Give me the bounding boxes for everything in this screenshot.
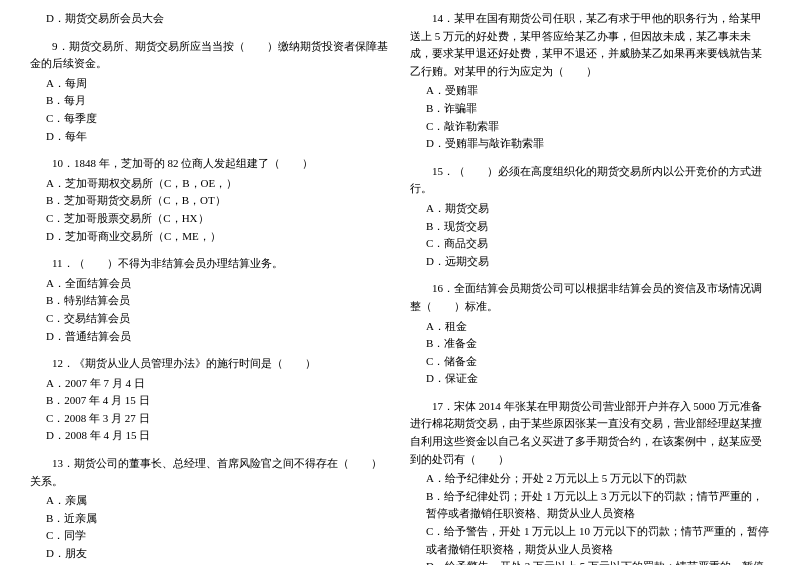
q16-text: 16．全面结算会员期货公司可以根据非结算会员的资信及市场情况调整（ ）标准。: [410, 280, 770, 315]
option-d-block: D．期货交易所会员大会: [30, 10, 390, 28]
q14-text: 14．某甲在国有期货公司任职，某乙有求于甲他的职务行为，给某甲送上 5 万元的好…: [410, 10, 770, 80]
question-13-block: 13．期货公司的董事长、总经理、首席风险官之间不得存在（ ）关系。 A．亲属 B…: [30, 455, 390, 563]
q13-optC: C．同学: [30, 527, 390, 545]
q9-text: 9．期货交易所、期货交易所应当当按（ ）缴纳期货投资者保障基金的后续资金。: [30, 38, 390, 73]
question-10-block: 10．1848 年，芝加哥的 82 位商人发起组建了（ ） A．芝加哥期权交易所…: [30, 155, 390, 245]
q9-optB: B．每月: [30, 92, 390, 110]
q13-optD: D．朋友: [30, 545, 390, 563]
question-9-block: 9．期货交易所、期货交易所应当当按（ ）缴纳期货投资者保障基金的后续资金。 A．…: [30, 38, 390, 146]
q10-text: 10．1848 年，芝加哥的 82 位商人发起组建了（ ）: [30, 155, 390, 173]
question-17-block: 17．宋体 2014 年张某在甲期货公司营业部开户并存入 5000 万元准备进行…: [410, 398, 770, 565]
question-11-block: 11．（ ）不得为非结算会员办理结算业务。 A．全面结算会员 B．特别结算会员 …: [30, 255, 390, 345]
q15-optD: D．远期交易: [410, 253, 770, 271]
q10-optA: A．芝加哥期权交易所（C，B，OE，）: [30, 175, 390, 193]
q11-optC: C．交易结算会员: [30, 310, 390, 328]
question-16-block: 16．全面结算会员期货公司可以根据非结算会员的资信及市场情况调整（ ）标准。 A…: [410, 280, 770, 388]
q9-optC: C．每季度: [30, 110, 390, 128]
q12-optA: A．2007 年 7 月 4 日: [30, 375, 390, 393]
q15-optC: C．商品交易: [410, 235, 770, 253]
q10-optD: D．芝加哥商业交易所（C，ME，）: [30, 228, 390, 246]
q17-optC: C．给予警告，开处 1 万元以上 10 万元以下的罚款；情节严重的，暂停或者撤销…: [410, 523, 770, 558]
q17-optB: B．给予纪律处罚；开处 1 万元以上 3 万元以下的罚款；情节严重的，暂停或者撤…: [410, 488, 770, 523]
q16-optB: B．准备金: [410, 335, 770, 353]
right-column: 14．某甲在国有期货公司任职，某乙有求于甲他的职务行为，给某甲送上 5 万元的好…: [410, 10, 770, 565]
q12-optD: D．2008 年 4 月 15 日: [30, 427, 390, 445]
q13-text: 13．期货公司的董事长、总经理、首席风险官之间不得存在（ ）关系。: [30, 455, 390, 490]
question-12-block: 12．《期货从业人员管理办法》的施行时间是（ ） A．2007 年 7 月 4 …: [30, 355, 390, 445]
q14-optB: B．诈骗罪: [410, 100, 770, 118]
q17-optA: A．给予纪律处分；开处 2 万元以上 5 万元以下的罚款: [410, 470, 770, 488]
q9-optA: A．每周: [30, 75, 390, 93]
q14-optA: A．受贿罪: [410, 82, 770, 100]
q9-optD: D．每年: [30, 128, 390, 146]
question-15-block: 15．（ ）必须在高度组织化的期货交易所内以公开竞价的方式进行。 A．期货交易 …: [410, 163, 770, 271]
q12-text: 12．《期货从业人员管理办法》的施行时间是（ ）: [30, 355, 390, 373]
q16-optC: C．储备金: [410, 353, 770, 371]
q12-optC: C．2008 年 3 月 27 日: [30, 410, 390, 428]
option-d-text: D．期货交易所会员大会: [30, 10, 390, 28]
q11-optA: A．全面结算会员: [30, 275, 390, 293]
q15-optA: A．期货交易: [410, 200, 770, 218]
q11-optB: B．特别结算会员: [30, 292, 390, 310]
q16-optA: A．租金: [410, 318, 770, 336]
q15-text: 15．（ ）必须在高度组织化的期货交易所内以公开竞价的方式进行。: [410, 163, 770, 198]
q17-optD: D．给予警告，开处 3 万元以上 5 万元以下的罚款；情节严重的，暂停或者撤销任…: [410, 558, 770, 565]
q11-text: 11．（ ）不得为非结算会员办理结算业务。: [30, 255, 390, 273]
page-container: D．期货交易所会员大会 9．期货交易所、期货交易所应当当按（ ）缴纳期货投资者保…: [30, 10, 770, 565]
left-column: D．期货交易所会员大会 9．期货交易所、期货交易所应当当按（ ）缴纳期货投资者保…: [30, 10, 390, 565]
q12-optB: B．2007 年 4 月 15 日: [30, 392, 390, 410]
q17-text: 17．宋体 2014 年张某在甲期货公司营业部开户并存入 5000 万元准备进行…: [410, 398, 770, 468]
q14-optD: D．受贿罪与敲诈勒索罪: [410, 135, 770, 153]
q11-optD: D．普通结算会员: [30, 328, 390, 346]
q10-optB: B．芝加哥期货交易所（C，B，OT）: [30, 192, 390, 210]
q16-optD: D．保证金: [410, 370, 770, 388]
q13-optB: B．近亲属: [30, 510, 390, 528]
question-14-block: 14．某甲在国有期货公司任职，某乙有求于甲他的职务行为，给某甲送上 5 万元的好…: [410, 10, 770, 153]
q13-optA: A．亲属: [30, 492, 390, 510]
q14-optC: C．敲诈勒索罪: [410, 118, 770, 136]
q10-optC: C．芝加哥股票交易所（C，HX）: [30, 210, 390, 228]
q15-optB: B．现货交易: [410, 218, 770, 236]
